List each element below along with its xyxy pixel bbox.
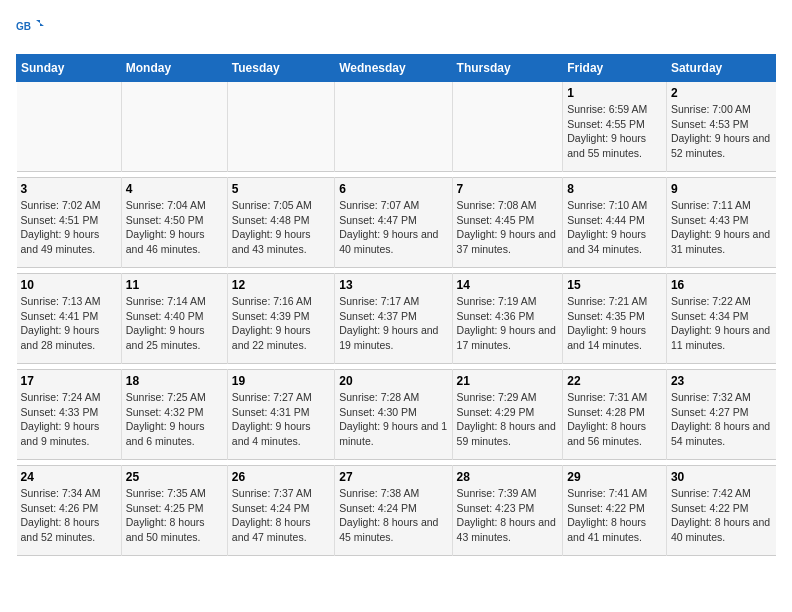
- day-cell: 23Sunrise: 7:32 AMSunset: 4:27 PMDayligh…: [666, 370, 775, 460]
- day-info: Sunrise: 7:27 AMSunset: 4:31 PMDaylight:…: [232, 390, 330, 449]
- week-row-1: 1Sunrise: 6:59 AMSunset: 4:55 PMDaylight…: [17, 82, 776, 172]
- day-number: 13: [339, 278, 447, 292]
- day-info: Sunrise: 7:39 AMSunset: 4:23 PMDaylight:…: [457, 486, 559, 545]
- day-number: 2: [671, 86, 772, 100]
- day-cell: [17, 82, 122, 172]
- day-cell: 27Sunrise: 7:38 AMSunset: 4:24 PMDayligh…: [335, 466, 452, 556]
- day-cell: [335, 82, 452, 172]
- day-cell: 21Sunrise: 7:29 AMSunset: 4:29 PMDayligh…: [452, 370, 563, 460]
- day-info: Sunrise: 7:05 AMSunset: 4:48 PMDaylight:…: [232, 198, 330, 257]
- day-cell: 3Sunrise: 7:02 AMSunset: 4:51 PMDaylight…: [17, 178, 122, 268]
- weekday-header-tuesday: Tuesday: [227, 55, 334, 82]
- weekday-header-thursday: Thursday: [452, 55, 563, 82]
- day-cell: 17Sunrise: 7:24 AMSunset: 4:33 PMDayligh…: [17, 370, 122, 460]
- day-info: Sunrise: 7:34 AMSunset: 4:26 PMDaylight:…: [21, 486, 117, 545]
- day-number: 9: [671, 182, 772, 196]
- calendar-table: SundayMondayTuesdayWednesdayThursdayFrid…: [16, 54, 776, 556]
- day-number: 12: [232, 278, 330, 292]
- day-info: Sunrise: 7:41 AMSunset: 4:22 PMDaylight:…: [567, 486, 662, 545]
- day-info: Sunrise: 7:10 AMSunset: 4:44 PMDaylight:…: [567, 198, 662, 257]
- day-number: 29: [567, 470, 662, 484]
- logo-icon: GB: [16, 16, 44, 44]
- day-number: 11: [126, 278, 223, 292]
- day-cell: 18Sunrise: 7:25 AMSunset: 4:32 PMDayligh…: [121, 370, 227, 460]
- day-number: 22: [567, 374, 662, 388]
- day-info: Sunrise: 7:35 AMSunset: 4:25 PMDaylight:…: [126, 486, 223, 545]
- day-number: 15: [567, 278, 662, 292]
- day-cell: 22Sunrise: 7:31 AMSunset: 4:28 PMDayligh…: [563, 370, 667, 460]
- day-number: 25: [126, 470, 223, 484]
- week-row-5: 24Sunrise: 7:34 AMSunset: 4:26 PMDayligh…: [17, 466, 776, 556]
- day-info: Sunrise: 7:37 AMSunset: 4:24 PMDaylight:…: [232, 486, 330, 545]
- day-info: Sunrise: 7:16 AMSunset: 4:39 PMDaylight:…: [232, 294, 330, 353]
- day-number: 1: [567, 86, 662, 100]
- day-info: Sunrise: 7:00 AMSunset: 4:53 PMDaylight:…: [671, 102, 772, 161]
- day-number: 23: [671, 374, 772, 388]
- weekday-header-sunday: Sunday: [17, 55, 122, 82]
- day-info: Sunrise: 7:21 AMSunset: 4:35 PMDaylight:…: [567, 294, 662, 353]
- day-cell: 4Sunrise: 7:04 AMSunset: 4:50 PMDaylight…: [121, 178, 227, 268]
- day-number: 28: [457, 470, 559, 484]
- day-cell: 24Sunrise: 7:34 AMSunset: 4:26 PMDayligh…: [17, 466, 122, 556]
- day-number: 19: [232, 374, 330, 388]
- day-cell: 29Sunrise: 7:41 AMSunset: 4:22 PMDayligh…: [563, 466, 667, 556]
- day-cell: [452, 82, 563, 172]
- day-number: 6: [339, 182, 447, 196]
- day-info: Sunrise: 7:17 AMSunset: 4:37 PMDaylight:…: [339, 294, 447, 353]
- day-number: 7: [457, 182, 559, 196]
- day-number: 8: [567, 182, 662, 196]
- day-number: 10: [21, 278, 117, 292]
- day-info: Sunrise: 7:31 AMSunset: 4:28 PMDaylight:…: [567, 390, 662, 449]
- svg-text:GB: GB: [16, 21, 31, 32]
- day-cell: 25Sunrise: 7:35 AMSunset: 4:25 PMDayligh…: [121, 466, 227, 556]
- day-info: Sunrise: 7:11 AMSunset: 4:43 PMDaylight:…: [671, 198, 772, 257]
- day-cell: 10Sunrise: 7:13 AMSunset: 4:41 PMDayligh…: [17, 274, 122, 364]
- day-number: 3: [21, 182, 117, 196]
- day-cell: 30Sunrise: 7:42 AMSunset: 4:22 PMDayligh…: [666, 466, 775, 556]
- day-number: 21: [457, 374, 559, 388]
- weekday-header-wednesday: Wednesday: [335, 55, 452, 82]
- day-number: 24: [21, 470, 117, 484]
- day-cell: 12Sunrise: 7:16 AMSunset: 4:39 PMDayligh…: [227, 274, 334, 364]
- day-cell: 16Sunrise: 7:22 AMSunset: 4:34 PMDayligh…: [666, 274, 775, 364]
- day-cell: 5Sunrise: 7:05 AMSunset: 4:48 PMDaylight…: [227, 178, 334, 268]
- day-info: Sunrise: 7:07 AMSunset: 4:47 PMDaylight:…: [339, 198, 447, 257]
- day-number: 27: [339, 470, 447, 484]
- day-info: Sunrise: 7:08 AMSunset: 4:45 PMDaylight:…: [457, 198, 559, 257]
- day-info: Sunrise: 6:59 AMSunset: 4:55 PMDaylight:…: [567, 102, 662, 161]
- day-cell: 8Sunrise: 7:10 AMSunset: 4:44 PMDaylight…: [563, 178, 667, 268]
- week-row-4: 17Sunrise: 7:24 AMSunset: 4:33 PMDayligh…: [17, 370, 776, 460]
- day-info: Sunrise: 7:28 AMSunset: 4:30 PMDaylight:…: [339, 390, 447, 449]
- day-cell: 14Sunrise: 7:19 AMSunset: 4:36 PMDayligh…: [452, 274, 563, 364]
- day-info: Sunrise: 7:22 AMSunset: 4:34 PMDaylight:…: [671, 294, 772, 353]
- day-number: 30: [671, 470, 772, 484]
- day-info: Sunrise: 7:32 AMSunset: 4:27 PMDaylight:…: [671, 390, 772, 449]
- day-cell: 20Sunrise: 7:28 AMSunset: 4:30 PMDayligh…: [335, 370, 452, 460]
- day-cell: 6Sunrise: 7:07 AMSunset: 4:47 PMDaylight…: [335, 178, 452, 268]
- day-cell: [227, 82, 334, 172]
- day-info: Sunrise: 7:42 AMSunset: 4:22 PMDaylight:…: [671, 486, 772, 545]
- day-cell: 15Sunrise: 7:21 AMSunset: 4:35 PMDayligh…: [563, 274, 667, 364]
- day-cell: [121, 82, 227, 172]
- day-info: Sunrise: 7:19 AMSunset: 4:36 PMDaylight:…: [457, 294, 559, 353]
- weekday-header-saturday: Saturday: [666, 55, 775, 82]
- weekday-header-monday: Monday: [121, 55, 227, 82]
- day-number: 16: [671, 278, 772, 292]
- day-number: 18: [126, 374, 223, 388]
- day-info: Sunrise: 7:25 AMSunset: 4:32 PMDaylight:…: [126, 390, 223, 449]
- day-cell: 2Sunrise: 7:00 AMSunset: 4:53 PMDaylight…: [666, 82, 775, 172]
- day-number: 4: [126, 182, 223, 196]
- day-cell: 26Sunrise: 7:37 AMSunset: 4:24 PMDayligh…: [227, 466, 334, 556]
- day-cell: 28Sunrise: 7:39 AMSunset: 4:23 PMDayligh…: [452, 466, 563, 556]
- day-number: 20: [339, 374, 447, 388]
- day-cell: 7Sunrise: 7:08 AMSunset: 4:45 PMDaylight…: [452, 178, 563, 268]
- week-row-2: 3Sunrise: 7:02 AMSunset: 4:51 PMDaylight…: [17, 178, 776, 268]
- day-number: 26: [232, 470, 330, 484]
- day-info: Sunrise: 7:38 AMSunset: 4:24 PMDaylight:…: [339, 486, 447, 545]
- day-info: Sunrise: 7:29 AMSunset: 4:29 PMDaylight:…: [457, 390, 559, 449]
- day-cell: 9Sunrise: 7:11 AMSunset: 4:43 PMDaylight…: [666, 178, 775, 268]
- day-number: 17: [21, 374, 117, 388]
- header: GB: [16, 16, 776, 44]
- week-row-3: 10Sunrise: 7:13 AMSunset: 4:41 PMDayligh…: [17, 274, 776, 364]
- day-info: Sunrise: 7:02 AMSunset: 4:51 PMDaylight:…: [21, 198, 117, 257]
